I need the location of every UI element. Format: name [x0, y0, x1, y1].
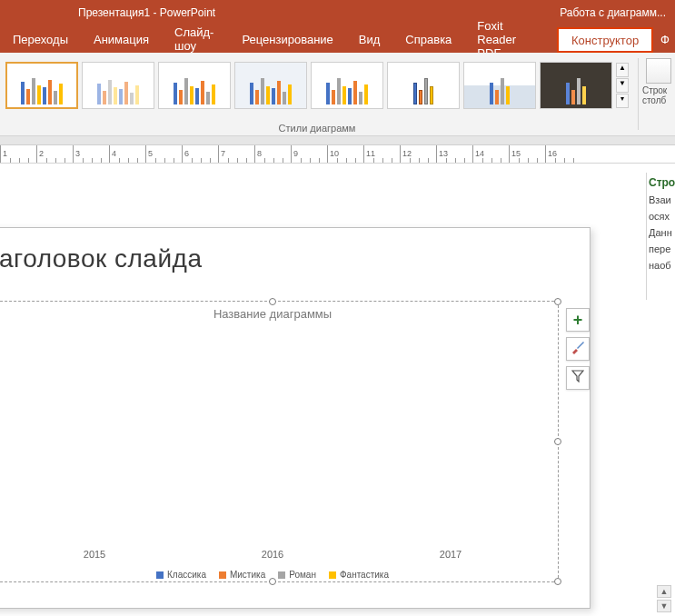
legend-swatch	[329, 571, 336, 579]
gallery-scroll-down[interactable]: ▼	[616, 78, 629, 93]
resize-handle-n[interactable]	[269, 298, 276, 305]
horizontal-ruler[interactable]: 12345678910111213141516	[0, 145, 675, 164]
task-pane-text-2: осях	[649, 211, 673, 222]
legend-swatch	[156, 571, 164, 579]
legend-label: Фантастика	[340, 570, 389, 580]
task-pane-text-4: пере	[649, 243, 673, 254]
ribbon-group-chart-styles: ▲ ▼ ▾ Стили диаграмм	[0, 53, 634, 135]
brush-icon	[571, 340, 585, 358]
slide-title-placeholder[interactable]: аголовок слайда	[0, 228, 590, 273]
tab-transitions[interactable]: Переходы	[0, 25, 81, 53]
chart-styles-gallery: ▲ ▼ ▾	[2, 56, 632, 109]
chart-style-2[interactable]	[82, 62, 154, 109]
tab-slideshow[interactable]: Слайд-шоу	[162, 25, 229, 53]
chart-x-axis: 201520162017	[5, 549, 540, 561]
switch-row-column-icon	[646, 58, 671, 84]
slide[interactable]: аголовок слайда Название диаграммы 20152…	[0, 227, 591, 609]
chart-plot-area[interactable]	[5, 334, 540, 545]
document-title: Презентация1 - PowerPoint	[78, 6, 215, 19]
tab-review[interactable]: Рецензирование	[229, 25, 345, 53]
ribbon-separator	[638, 58, 639, 130]
gallery-expand[interactable]: ▾	[616, 94, 629, 108]
chart-style-3[interactable]	[158, 62, 231, 109]
resize-handle-e[interactable]	[554, 438, 561, 445]
chart-filters-button[interactable]	[566, 366, 590, 390]
scroll-next-slide[interactable]: ▼	[657, 600, 671, 612]
resize-handle-ne[interactable]	[554, 298, 561, 305]
task-pane[interactable]: Стро Взаи осях Данн пере наоб	[646, 173, 675, 300]
legend-swatch	[219, 571, 226, 579]
switch-row-column-button[interactable]: Строк столб	[642, 53, 675, 135]
funnel-icon	[571, 370, 584, 386]
legend-item[interactable]: Фантастика	[329, 570, 389, 580]
legend-item[interactable]: Мистика	[219, 570, 265, 580]
task-pane-text-5: наоб	[649, 260, 673, 271]
chart-style-8[interactable]	[540, 62, 612, 109]
chart-object[interactable]: Название диаграммы 201520162017 Классика…	[0, 301, 559, 582]
tab-foxit[interactable]: Foxit Reader PDF	[464, 25, 555, 53]
tab-design[interactable]: Конструктор	[557, 27, 653, 53]
tab-help[interactable]: Справка	[392, 25, 464, 53]
chart-elements-button[interactable]: +	[566, 308, 590, 332]
task-pane-header: Стро	[649, 176, 673, 189]
chart-style-7[interactable]	[463, 62, 536, 109]
legend-label: Мистика	[230, 570, 265, 580]
chart-title[interactable]: Название диаграммы	[0, 302, 558, 321]
vertical-scroll-controls: ▲ ▼	[657, 585, 671, 612]
tab-view[interactable]: Вид	[346, 25, 393, 53]
ribbon-divider	[0, 136, 675, 145]
chart-x-tick-label: 2017	[440, 549, 462, 560]
chart-style-4[interactable]	[234, 62, 307, 109]
task-pane-text-1: Взаи	[649, 194, 673, 205]
ribbon-tabs: Переходы Анимация Слайд-шоу Рецензирован…	[0, 25, 675, 53]
legend-label: Классика	[167, 570, 206, 580]
chart-style-1[interactable]	[5, 62, 78, 109]
chart-styles-group-label: Стили диаграмм	[279, 123, 356, 135]
chart-style-6[interactable]	[387, 62, 460, 109]
task-pane-text-3: Данн	[649, 227, 673, 238]
plus-icon: +	[573, 311, 583, 330]
chart-styles-button[interactable]	[566, 337, 590, 361]
chart-x-tick-label: 2015	[84, 549, 105, 560]
slide-canvas-area[interactable]: аголовок слайда Название диаграммы 20152…	[0, 164, 648, 616]
chart-legend[interactable]: КлассикаМистикаРоманФантастика	[0, 570, 558, 580]
chart-style-5[interactable]	[311, 62, 383, 109]
chart-x-tick-label: 2016	[262, 549, 283, 560]
tab-format[interactable]: Ф	[655, 25, 675, 53]
chart-float-toolbar: +	[566, 308, 590, 390]
legend-swatch	[278, 571, 285, 579]
legend-item[interactable]: Классика	[156, 570, 206, 580]
legend-item[interactable]: Роман	[278, 570, 316, 580]
scroll-prev-slide[interactable]: ▲	[657, 585, 671, 598]
context-tab-chart-tools[interactable]: Работа с диаграмм...	[551, 0, 675, 25]
gallery-scroll-up[interactable]: ▲	[616, 63, 629, 77]
ribbon: ▲ ▼ ▾ Стили диаграмм Строк столб	[0, 53, 675, 136]
title-bar: Презентация1 - PowerPoint Работа с диагр…	[0, 0, 675, 25]
legend-label: Роман	[289, 570, 316, 580]
tab-animations[interactable]: Анимация	[81, 25, 162, 53]
